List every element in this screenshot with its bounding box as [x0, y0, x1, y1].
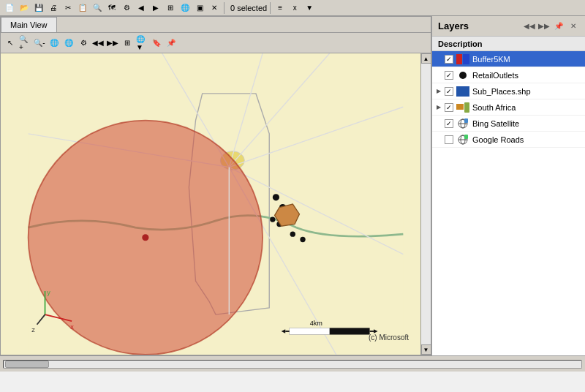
back-tool[interactable]: ◀◀ [91, 37, 105, 50]
toolbar-icon10[interactable]: ◀ [135, 1, 148, 15]
svg-point-16 [270, 216, 275, 222]
layer-icon-buffer5km [456, 53, 470, 65]
toolbar-icon12[interactable]: ⊞ [164, 1, 177, 15]
layer-expand-retailoutlets [435, 72, 442, 79]
selected-count-label: 0 selected [230, 4, 267, 12]
layers-title: Layers [438, 20, 521, 31]
layer-expand-googleroads [435, 136, 442, 143]
fwd-tool[interactable]: ▶▶ [106, 37, 119, 50]
toolbar-icon15[interactable]: ✕ [208, 1, 221, 15]
map-canvas[interactable]: y x z 4km [1, 53, 431, 355]
svg-point-12 [273, 194, 279, 200]
layer-name-googleroads: Google Roads [472, 135, 582, 144]
map-scroll-track[interactable] [421, 64, 431, 344]
toolbar-icon5[interactable]: ✂ [61, 1, 75, 15]
toolbar-icon7[interactable]: 🔍 [91, 1, 104, 15]
map-tab-bar: Main View [1, 17, 431, 33]
svg-rect-29 [290, 328, 330, 334]
layer-expand-buffer5km [435, 56, 442, 63]
second-toolbar: ↖ 🔍+ 🔍- 🌐 🌐 ⚙ ◀◀ ▶▶ ⊞ 🌐▼ 🔖 📌 [1, 33, 431, 53]
toolbar-icon4[interactable]: 🖨 [47, 1, 60, 15]
toolbar-icon13[interactable]: 🌐 [178, 1, 192, 15]
svg-point-37 [459, 72, 467, 79]
layer-expand-bingsatellite [435, 120, 442, 127]
layer-checkbox-subplaces[interactable] [445, 87, 453, 96]
map-scroll-up[interactable]: ▲ [421, 53, 431, 64]
select-tool[interactable]: ↖ [4, 37, 17, 50]
svg-rect-35 [456, 54, 462, 64]
main-area: Main View ↖ 🔍+ 🔍- 🌐 🌐 ⚙ ◀◀ ▶▶ ⊞ 🌐▼ 🔖 📌 [0, 16, 585, 355]
layer-checkbox-googleroads[interactable] [445, 135, 453, 144]
extra-tool[interactable]: 📌 [165, 37, 178, 50]
toolbar-icon6[interactable]: 📋 [76, 1, 89, 15]
toolbar-icon8[interactable]: 🗺 [105, 1, 118, 15]
layer-item-retailoutlets[interactable]: RetailOutlets [432, 67, 585, 83]
svg-rect-44 [464, 118, 468, 123]
grid-tool[interactable]: ⊞ [121, 37, 134, 50]
svg-rect-38 [456, 86, 469, 97]
bottom-scrollbar[interactable] [0, 355, 585, 372]
svg-text:x: x [70, 323, 74, 331]
layer-item-southafrica[interactable]: ▶ South Africa [432, 99, 585, 116]
dropdown-tool[interactable]: 🌐▼ [135, 37, 148, 50]
toolbar-separator [224, 2, 224, 14]
layer-icon-southafrica [456, 102, 470, 113]
globe-zoom-tool[interactable]: 🌐 [62, 37, 75, 50]
layer-icon-bingsatellite [456, 118, 470, 129]
toolbar-open[interactable]: 📂 [18, 1, 31, 15]
map-vscrollbar[interactable]: ▲ ▼ [420, 53, 431, 355]
layers-panel: Layers ◀◀ ▶▶ 📌 ✕ Description Buffer5KM [431, 16, 585, 355]
svg-rect-40 [464, 102, 469, 113]
toolbar-new[interactable]: 📄 [3, 1, 16, 15]
layer-item-bingsatellite[interactable]: Bing Satellite [432, 116, 585, 132]
layers-back-btn[interactable]: ◀◀ [524, 20, 535, 32]
layer-icon-subplaces [456, 86, 470, 97]
zoom-in-tool[interactable]: 🔍+ [18, 37, 31, 50]
toolbar-icon9[interactable]: ⚙ [120, 1, 133, 15]
layer-item-subplaces[interactable]: ▶ Sub_Places.shp [432, 83, 585, 99]
main-view-tab[interactable]: Main View [1, 17, 57, 32]
layer-name-subplaces: Sub_Places.shp [472, 87, 582, 96]
layer-item-googleroads[interactable]: Google Roads [432, 132, 585, 148]
svg-point-18 [290, 232, 295, 237]
toolbar-save[interactable]: 💾 [32, 1, 45, 15]
svg-point-11 [142, 234, 148, 241]
svg-rect-39 [456, 104, 464, 110]
layers-desc-bar: Description [432, 37, 585, 51]
layers-fwd-btn[interactable]: ▶▶ [538, 20, 550, 32]
globe-tool[interactable]: 🌐 [48, 37, 61, 50]
layer-checkbox-southafrica[interactable] [445, 103, 453, 112]
layer-checkbox-bingsatellite[interactable] [445, 119, 453, 128]
layers-header: Layers ◀◀ ▶▶ 📌 ✕ [432, 16, 585, 37]
layer-item-buffer5km[interactable]: Buffer5KM [432, 51, 585, 67]
layers-close-btn[interactable]: ✕ [567, 20, 579, 32]
settings-tool[interactable]: ⚙ [77, 37, 90, 50]
layer-icon-googleroads [456, 134, 470, 146]
svg-rect-36 [463, 54, 469, 64]
scrollbar-track[interactable] [3, 360, 582, 369]
layer-name-southafrica: South Africa [472, 103, 582, 112]
zoom-out-tool[interactable]: 🔍- [33, 37, 46, 50]
svg-text:4km: 4km [310, 320, 323, 327]
layer-checkbox-buffer5km[interactable] [445, 55, 453, 64]
layers-pin-btn[interactable]: 📌 [553, 20, 565, 32]
svg-text:z: z [31, 326, 35, 333]
toolbar-excel-icon[interactable]: x [288, 1, 301, 15]
bookmark-tool[interactable]: 🔖 [150, 37, 163, 50]
toolbar-separator2 [270, 2, 271, 14]
top-toolbar: 📄 📂 💾 🖨 ✂ 📋 🔍 🗺 ⚙ ◀ ▶ ⊞ 🌐 ▣ ✕ 0 selected… [0, 0, 585, 16]
layer-name-retailoutlets: RetailOutlets [472, 71, 582, 80]
layer-expand-subplaces[interactable]: ▶ [435, 88, 442, 95]
layers-list[interactable]: Buffer5KM RetailOutlets ▶ Sub_Places.shp [432, 51, 585, 355]
toolbar-table-icon[interactable]: ≡ [273, 1, 287, 15]
toolbar-icon11[interactable]: ▶ [149, 1, 162, 15]
svg-point-19 [300, 237, 305, 242]
toolbar-more-icon[interactable]: ▼ [303, 1, 316, 15]
scrollbar-thumb[interactable] [5, 361, 49, 368]
layers-desc-label: Description [438, 39, 483, 48]
copyright-label: (c) Microsoft [369, 333, 409, 342]
map-scroll-down[interactable]: ▼ [421, 344, 431, 355]
layer-expand-southafrica[interactable]: ▶ [435, 104, 442, 111]
toolbar-icon14[interactable]: ▣ [193, 1, 206, 15]
layer-checkbox-retailoutlets[interactable] [445, 71, 453, 80]
